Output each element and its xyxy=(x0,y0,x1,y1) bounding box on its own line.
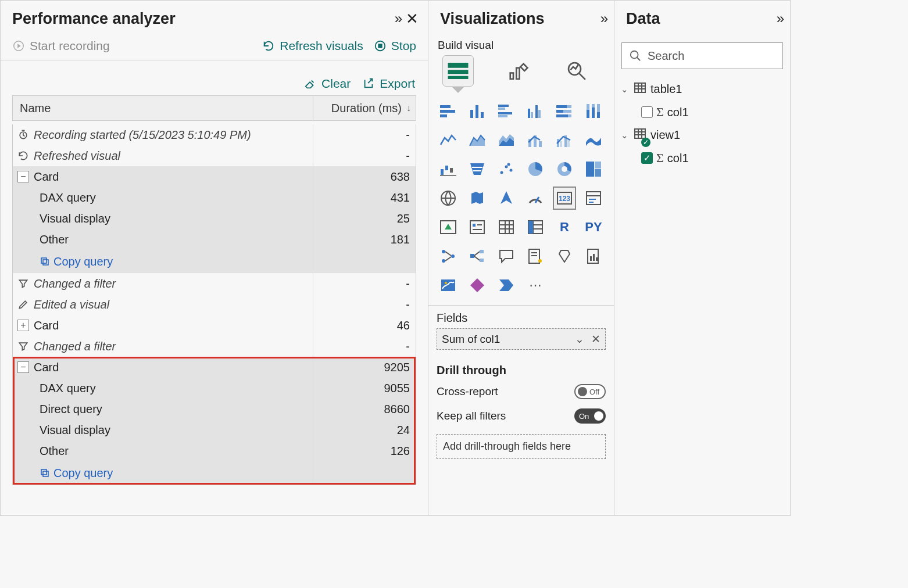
viz-donut-icon[interactable] xyxy=(553,157,576,181)
viz-arcgis-icon[interactable] xyxy=(437,274,460,297)
expand-toggle-icon[interactable]: + xyxy=(17,320,29,331)
remove-field-icon[interactable]: ✕ xyxy=(591,332,600,346)
sort-desc-icon[interactable]: ↓ xyxy=(406,103,411,113)
viz-kpi-icon[interactable] xyxy=(437,216,460,239)
table-row[interactable]: −Card 638 xyxy=(13,166,416,187)
table-row[interactable]: Changed a filter - xyxy=(13,273,416,294)
viz-multi-row-card-icon[interactable] xyxy=(582,187,605,210)
viz-python-icon[interactable]: PY xyxy=(582,216,605,239)
chevron-down-icon[interactable]: ⌄ xyxy=(575,332,584,346)
viz-power-automate-icon[interactable] xyxy=(495,274,518,297)
table-row[interactable]: Visual display 24 xyxy=(13,420,416,440)
chevron-down-icon[interactable]: ⌄ xyxy=(619,84,630,95)
viz-card-icon[interactable]: 123 xyxy=(553,187,576,210)
clear-button[interactable]: Clear xyxy=(304,77,351,91)
viz-line-clustered-column-icon[interactable] xyxy=(553,128,576,152)
viz-stacked-area-icon[interactable] xyxy=(495,128,518,152)
viz-clustered-bar-icon[interactable] xyxy=(495,99,518,123)
table-row[interactable]: Changed a filter - xyxy=(13,336,416,357)
viz-smart-narrative-icon[interactable] xyxy=(524,245,547,268)
analytics-tab[interactable] xyxy=(561,55,592,87)
format-visual-tab[interactable] xyxy=(502,55,533,87)
refresh-visuals-button[interactable]: Refresh visuals xyxy=(262,39,363,53)
viz-matrix-icon[interactable] xyxy=(524,216,547,239)
viz-filled-map-icon[interactable] xyxy=(466,187,489,210)
export-button[interactable]: Export xyxy=(362,77,415,91)
tree-table1[interactable]: ⌄ table1 xyxy=(617,77,788,101)
table-row[interactable]: Refreshed visual - xyxy=(13,145,416,166)
viz-ribbon-icon[interactable] xyxy=(582,128,605,152)
viz-line-stacked-column-icon[interactable] xyxy=(524,128,547,152)
viz-100-stacked-column-icon[interactable] xyxy=(582,99,605,123)
table-row[interactable]: Edited a visual - xyxy=(13,294,416,315)
build-visual-tab[interactable] xyxy=(442,55,474,87)
viz-key-influencers-icon[interactable] xyxy=(437,245,460,268)
viz-azure-map-icon[interactable] xyxy=(495,187,518,210)
checkbox-unchecked[interactable] xyxy=(641,106,653,118)
svg-rect-28 xyxy=(538,110,541,118)
viz-map-icon[interactable] xyxy=(437,187,460,210)
svg-marker-1 xyxy=(17,44,21,48)
tree-view1[interactable]: ⌄ view1 xyxy=(617,123,788,147)
viz-table-icon[interactable] xyxy=(495,216,518,239)
sigma-icon: Σ xyxy=(656,150,664,166)
viz-stacked-bar-icon[interactable] xyxy=(437,99,460,123)
viz-metrics-icon[interactable] xyxy=(553,245,576,268)
tree-view1-col1[interactable]: ✓ Σ col1 xyxy=(617,147,788,169)
table-row[interactable]: Other 126 xyxy=(13,440,416,461)
chevron-down-icon[interactable]: ⌄ xyxy=(619,130,630,141)
viz-paginated-report-icon[interactable] xyxy=(582,245,605,268)
table-row[interactable]: +Card 46 xyxy=(13,315,416,336)
copy-query-row[interactable]: Copy query xyxy=(13,461,416,485)
table-row[interactable]: DAX query 431 xyxy=(13,187,416,208)
table-row[interactable]: Direct query 8660 xyxy=(13,399,416,420)
collapse-toggle-icon[interactable]: − xyxy=(17,361,29,373)
collapse-toggle-icon[interactable]: − xyxy=(17,171,29,182)
field-pill[interactable]: Sum of col1 ⌄ ✕ xyxy=(437,328,606,350)
table-row[interactable]: Other 181 xyxy=(13,229,416,250)
viz-slicer-icon[interactable] xyxy=(466,216,489,239)
table-row[interactable]: Visual display 25 xyxy=(13,208,416,229)
collapse-icon[interactable]: » xyxy=(395,10,399,27)
col-name-header[interactable]: Name xyxy=(13,96,313,120)
copy-query-row[interactable]: Copy query xyxy=(13,250,416,273)
viz-scatter-icon[interactable] xyxy=(495,157,518,181)
viz-more-icon[interactable]: ⋯ xyxy=(524,274,547,297)
col-duration-header[interactable]: Duration (ms) ↓ xyxy=(313,96,416,120)
table-icon xyxy=(633,81,647,98)
cross-report-toggle[interactable]: Off xyxy=(574,384,606,399)
table-row[interactable]: DAX query 9055 xyxy=(13,378,416,399)
viz-r-script-icon[interactable]: R xyxy=(553,216,576,239)
keep-filters-toggle[interactable]: On xyxy=(574,408,606,424)
format-icon xyxy=(505,59,530,83)
viz-pie-icon[interactable] xyxy=(524,157,547,181)
viz-decomposition-tree-icon[interactable] xyxy=(466,245,489,268)
copy-query-button[interactable]: Copy query xyxy=(13,461,313,485)
viz-gauge-icon[interactable] xyxy=(524,187,547,210)
viz-line-icon[interactable] xyxy=(437,128,460,152)
viz-area-icon[interactable] xyxy=(466,128,489,152)
viz-qa-icon[interactable] xyxy=(495,245,518,268)
tree-label: table1 xyxy=(650,83,682,96)
table-row[interactable]: −Card 9205 xyxy=(13,357,416,378)
stop-button[interactable]: Stop xyxy=(374,39,416,53)
svg-point-115 xyxy=(631,51,638,59)
viz-treemap-icon[interactable] xyxy=(582,157,605,181)
viz-funnel-icon[interactable] xyxy=(466,157,489,181)
viz-waterfall-icon[interactable] xyxy=(437,157,460,181)
viz-stacked-column-icon[interactable] xyxy=(466,99,489,123)
drill-through-dropzone[interactable]: Add drill-through fields here xyxy=(437,434,606,459)
viz-100-stacked-bar-icon[interactable] xyxy=(553,99,576,123)
viz-power-apps-icon[interactable] xyxy=(466,274,489,297)
checkbox-checked[interactable]: ✓ xyxy=(641,152,653,164)
view-icon xyxy=(633,127,647,144)
table-row[interactable]: Recording started (5/15/2023 5:10:49 PM)… xyxy=(13,124,416,145)
copy-query-button[interactable]: Copy query xyxy=(13,250,313,273)
collapse-icon[interactable]: » xyxy=(600,10,605,27)
close-icon[interactable]: ✕ xyxy=(406,10,419,28)
collapse-icon[interactable]: » xyxy=(777,10,781,27)
tree-table1-col1[interactable]: Σ col1 xyxy=(617,101,788,123)
search-input[interactable]: Search xyxy=(621,42,783,69)
svg-rect-19 xyxy=(476,105,478,118)
viz-clustered-column-icon[interactable] xyxy=(524,99,547,123)
